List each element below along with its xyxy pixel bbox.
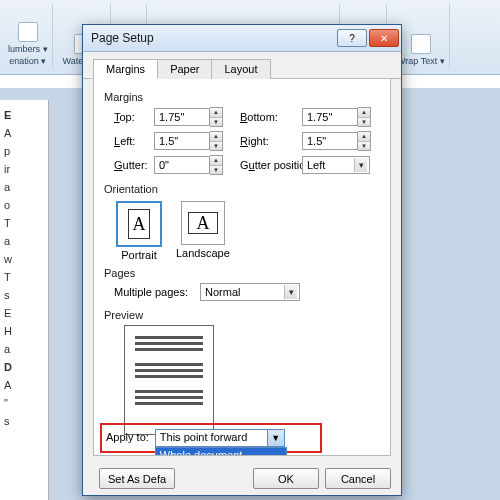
right-spinner[interactable]: ▲▼ [358,131,371,151]
bottom-input[interactable]: 1.75" [302,108,358,126]
dialog-titlebar[interactable]: Page Setup ? ✕ [83,25,401,52]
orientation-landscape[interactable]: A Landscape [174,199,232,263]
apply-to-dropdown: Whole document This point forward [155,447,287,456]
right-input[interactable]: 1.5" [302,132,358,150]
preview-page-icon [124,325,214,435]
portrait-page-icon: A [128,209,150,239]
apply-to-combo[interactable]: This point forward ▼ Whole document This… [155,429,285,447]
left-input[interactable]: 1.5" [154,132,210,150]
help-button[interactable]: ? [337,29,367,47]
close-button[interactable]: ✕ [369,29,399,47]
apply-to-label: Apply to: [106,429,149,443]
hyphenation-label: enation ▾ [9,56,46,66]
orientation-group: A Portrait A Landscape [114,199,380,263]
gutter-position-label: Gutter position: [240,159,302,171]
tab-margins[interactable]: Margins [93,59,158,79]
page-setup-dialog: Page Setup ? ✕ Margins Paper Layout Marg… [82,24,402,496]
gutter-input[interactable]: 0" [154,156,210,174]
dialog-footer: Set As Defa OK Cancel [83,462,401,495]
cancel-button[interactable]: Cancel [325,468,391,489]
wrap-text-icon [411,34,431,54]
dialog-tabs: Margins Paper Layout [83,52,401,79]
apply-to-row: Apply to: This point forward ▼ Whole doc… [100,423,322,453]
gutter-spinner[interactable]: ▲▼ [210,155,223,175]
gutter-position-select[interactable]: Left [302,156,370,174]
line-numbers-icon [18,22,38,42]
apply-to-value: This point forward [156,430,284,444]
ribbon-group-numbers[interactable]: lumbers ▾ enation ▾ [4,4,53,68]
bottom-label: Bottom: [240,111,302,123]
ok-button[interactable]: OK [253,468,319,489]
dialog-title: Page Setup [91,31,337,45]
preview-section-title: Preview [104,309,380,321]
multiple-pages-label: Multiple pages: [114,286,188,298]
multiple-pages-select[interactable]: Normal [200,283,300,301]
chevron-down-icon[interactable]: ▼ [267,430,284,446]
margins-section-title: Margins [104,91,380,103]
set-as-default-button[interactable]: Set As Defa [99,468,175,489]
gutter-label: Gutter: [114,159,154,171]
top-label: Top: [114,111,154,123]
tab-paper[interactable]: Paper [157,59,212,79]
numbers-label: lumbers ▾ [8,44,48,54]
apply-to-option-whole[interactable]: Whole document [156,448,286,456]
margins-panel: Margins Top: 1.75" ▲▼ Bottom: 1.75" ▲▼ L… [93,79,391,456]
portrait-label: Portrait [121,249,156,261]
right-label: Right: [240,135,302,147]
landscape-label: Landscape [176,247,230,259]
landscape-page-icon: A [188,212,218,234]
wrap-text-label: Wrap Text ▾ [397,56,445,66]
orientation-section-title: Orientation [104,183,380,195]
margins-grid: Top: 1.75" ▲▼ Bottom: 1.75" ▲▼ Left: 1.5… [114,107,380,175]
document-page-edge: E A p ir a o T a w T s E H a D A " s [0,100,49,500]
left-label: Left: [114,135,154,147]
bottom-spinner[interactable]: ▲▼ [358,107,371,127]
pages-section-title: Pages [104,267,380,279]
left-spinner[interactable]: ▲▼ [210,131,223,151]
tab-layout[interactable]: Layout [211,59,270,79]
top-input[interactable]: 1.75" [154,108,210,126]
top-spinner[interactable]: ▲▼ [210,107,223,127]
orientation-portrait[interactable]: A Portrait [114,199,164,263]
